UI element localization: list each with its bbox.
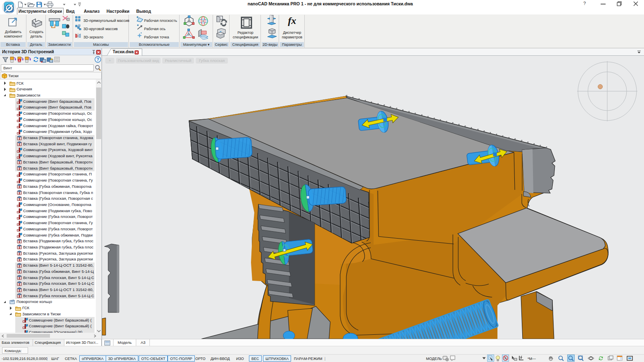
svg-text:?: ? (97, 57, 99, 62)
svg-text:8: 8 (19, 59, 20, 62)
